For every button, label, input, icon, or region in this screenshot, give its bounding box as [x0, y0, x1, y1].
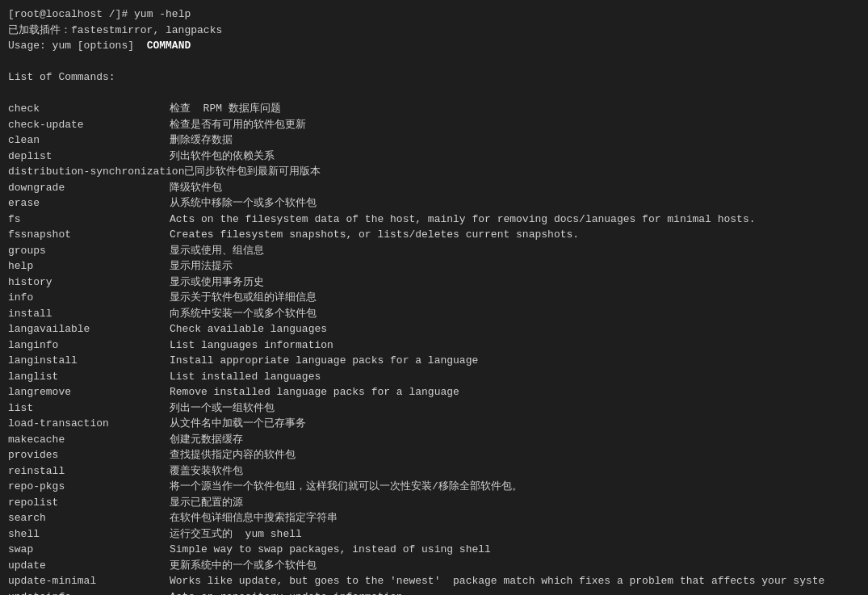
cmd-name: help: [8, 258, 170, 274]
command-word: COMMAND: [147, 40, 191, 52]
command-line: install 向系统中安装一个或多个软件包: [8, 306, 860, 322]
cmd-name: updateinfo: [8, 589, 170, 596]
cmd-desc: 降级软件包: [170, 180, 222, 196]
cmd-desc: 列出软件包的依赖关系: [170, 149, 275, 165]
cmd-desc: Check available languages: [170, 321, 327, 337]
command-line: clean 删除缓存数据: [8, 132, 860, 149]
cmd-desc: Acts on repository update information: [170, 589, 403, 596]
cmd-name: search: [8, 510, 170, 526]
cmd-name: deplist: [8, 149, 170, 165]
usage-line: Usage: yum [options] COMMAND: [8, 38, 860, 54]
cmd-desc: Acts on the filesystem data of the host,…: [170, 212, 756, 228]
cmd-name: swap: [8, 542, 170, 558]
cmd-desc: Works like update, but goes to the 'newe…: [170, 573, 824, 589]
cmd-name: install: [8, 306, 170, 322]
cmd-desc: 查找提供指定内容的软件包: [170, 447, 296, 463]
command-line: load-transaction 从文件名中加载一个已存事务: [8, 416, 860, 432]
cmd-desc: Install appropriate language packs for a…: [170, 353, 478, 369]
cmd-name: load-transaction: [8, 416, 170, 432]
cmd-name: provides: [8, 447, 170, 463]
command-line: erase 从系统中移除一个或多个软件包: [8, 195, 860, 212]
usage-text: Usage: yum [options]: [8, 40, 147, 52]
cmd-desc: 覆盖安装软件包: [170, 463, 243, 480]
command-line: downgrade 降级软件包: [8, 180, 860, 196]
command-line: langremove Remove installed language pac…: [8, 384, 860, 400]
cmd-desc: 向系统中安装一个或多个软件包: [170, 306, 317, 322]
command-line: distribution-synchronization已同步软件包到最新可用版…: [8, 164, 860, 180]
command-line: fs Acts on the filesystem data of the ho…: [8, 212, 860, 228]
command-line: update-minimal Works like update, but go…: [8, 573, 860, 589]
cmd-desc: 显示已配置的源: [170, 495, 243, 511]
cmd-name: groups: [8, 243, 170, 259]
command-line: langinfo List languages information: [8, 337, 860, 354]
cmd-name: update-minimal: [8, 573, 170, 589]
cmd-desc: 列出一个或一组软件包: [170, 400, 275, 417]
command-line: reinstall 覆盖安装软件包: [8, 463, 860, 480]
command-line: check-update 检查是否有可用的软件包更新: [8, 117, 860, 133]
cmd-desc: 显示关于软件包或组的详细信息: [170, 290, 317, 306]
cmd-name: langavailable: [8, 321, 170, 337]
loaded-plugins-line: 已加载插件：fastestmirror, langpacks: [8, 23, 860, 39]
cmd-desc: 更新系统中的一个或多个软件包: [170, 558, 317, 574]
blank-line-2: [8, 86, 860, 102]
command-line: langinstall Install appropriate language…: [8, 353, 860, 369]
command-line: update 更新系统中的一个或多个软件包: [8, 558, 860, 574]
command-line: groups 显示或使用、组信息: [8, 243, 860, 259]
cmd-desc: 将一个源当作一个软件包组，这样我们就可以一次性安装/移除全部软件包。: [170, 479, 522, 495]
cmd-name: shell: [8, 526, 170, 543]
cmd-desc: Remove installed language packs for a la…: [170, 384, 459, 400]
cmd-name: list: [8, 400, 170, 417]
command-line: langlist List installed languages: [8, 369, 860, 385]
cmd-desc: Simple way to swap packages, instead of …: [170, 542, 491, 558]
cmd-name: langinfo: [8, 337, 170, 354]
cmd-name: clean: [8, 132, 170, 149]
cmd-name: fs: [8, 212, 170, 228]
cmd-name: langinstall: [8, 353, 170, 369]
cmd-desc: 创建元数据缓存: [170, 432, 243, 448]
cmd-desc: 检查 RPM 数据库问题: [170, 101, 281, 117]
command-line: shell 运行交互式的 yum shell: [8, 526, 860, 543]
list-of-commands-header: List of Commands:: [8, 69, 860, 86]
cmd-name: check-update: [8, 117, 170, 133]
cmd-name: info: [8, 290, 170, 306]
cmd-name: distribution-synchronization: [8, 164, 184, 180]
command-line: updateinfo Acts on repository update inf…: [8, 589, 860, 596]
commands-table: check 检查 RPM 数据库问题check-update 检查是否有可用的软…: [8, 101, 860, 595]
cmd-name: reinstall: [8, 463, 170, 480]
cmd-name: fssnapshot: [8, 227, 170, 243]
cmd-desc: List languages information: [170, 337, 333, 354]
command-line: provides 查找提供指定内容的软件包: [8, 447, 860, 463]
cmd-name: repolist: [8, 495, 170, 511]
blank-line-1: [8, 54, 860, 70]
cmd-desc: 检查是否有可用的软件包更新: [170, 117, 306, 133]
cmd-name: langremove: [8, 384, 170, 400]
cmd-name: check: [8, 101, 170, 117]
cmd-name: makecache: [8, 432, 170, 448]
cmd-desc: Creates filesystem snapshots, or lists/d…: [170, 227, 579, 243]
cmd-desc: 已同步软件包到最新可用版本: [184, 164, 321, 180]
cmd-desc: 显示或使用事务历史: [170, 274, 264, 291]
command-line: swap Simple way to swap packages, instea…: [8, 542, 860, 558]
cmd-name: update: [8, 558, 170, 574]
cmd-desc: 在软件包详细信息中搜索指定字符串: [170, 510, 338, 526]
command-line: list 列出一个或一组软件包: [8, 400, 860, 417]
cmd-desc: List installed languages: [170, 369, 321, 385]
cmd-name: langlist: [8, 369, 170, 385]
command-line: help 显示用法提示: [8, 258, 860, 274]
cmd-desc: 运行交互式的 yum shell: [170, 526, 302, 543]
cmd-name: erase: [8, 195, 170, 212]
command-line: fssnapshot Creates filesystem snapshots,…: [8, 227, 860, 243]
command-line: makecache 创建元数据缓存: [8, 432, 860, 448]
terminal-window: [root@localhost /]# yum -help 已加载插件：fast…: [0, 0, 868, 595]
cmd-desc: 删除缓存数据: [170, 132, 233, 149]
command-line: repo-pkgs 将一个源当作一个软件包组，这样我们就可以一次性安装/移除全部…: [8, 479, 860, 495]
command-line: search 在软件包详细信息中搜索指定字符串: [8, 510, 860, 526]
command-line: history 显示或使用事务历史: [8, 274, 860, 291]
command-line: langavailable Check available languages: [8, 321, 860, 337]
prompt-line: [root@localhost /]# yum -help: [8, 6, 860, 23]
command-line: check 检查 RPM 数据库问题: [8, 101, 860, 117]
cmd-name: downgrade: [8, 180, 170, 196]
cmd-desc: 显示用法提示: [170, 258, 233, 274]
cmd-desc: 从文件名中加载一个已存事务: [170, 416, 306, 432]
cmd-desc: 从系统中移除一个或多个软件包: [170, 195, 317, 212]
